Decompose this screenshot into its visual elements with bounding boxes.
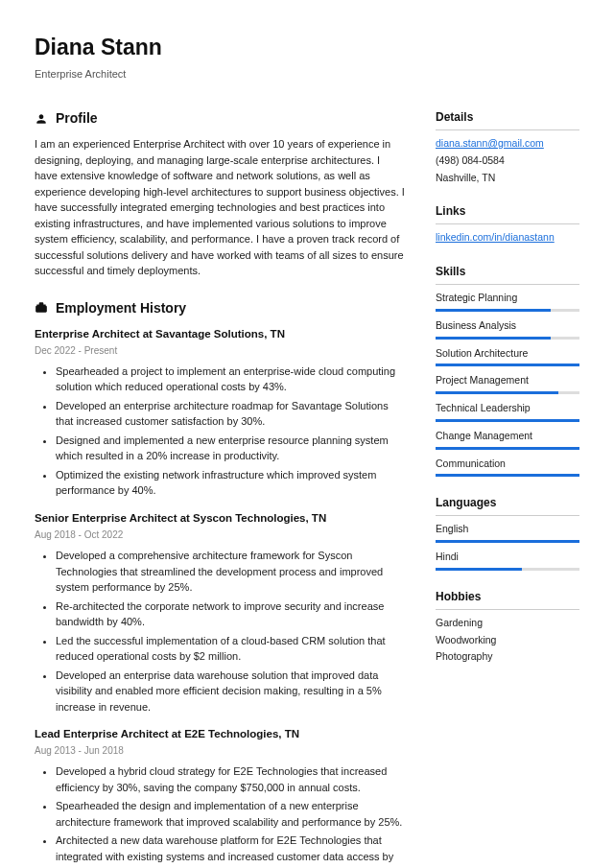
skill-name: Project Management — [436, 373, 579, 388]
skill-bar-fill — [436, 364, 579, 366]
job-dates: Aug 2013 - Jun 2018 — [35, 743, 405, 758]
main-column: Profile I am an experienced Enterprise A… — [35, 108, 405, 868]
skill-bar — [436, 540, 579, 543]
hobby-item: Photography — [436, 649, 579, 665]
job-bullet: Developed an enterprise data warehouse s… — [56, 668, 405, 716]
job-bullet: Developed a comprehensive architecture f… — [56, 548, 405, 596]
job-dates: Dec 2022 - Present — [35, 343, 405, 358]
skill-bar-fill — [436, 447, 579, 450]
skill-item: Technical Leadership — [436, 401, 579, 422]
person-name: Diana Stann — [35, 31, 579, 64]
profile-section-header: Profile — [35, 108, 405, 129]
person-title: Enterprise Architect — [35, 66, 579, 82]
jobs-list: Enterprise Architect at Savantage Soluti… — [35, 326, 405, 869]
skill-item: Hindi — [436, 550, 579, 571]
job-entry: Lead Enterprise Architect at E2E Technol… — [35, 726, 405, 868]
skill-name: Strategic Planning — [436, 291, 579, 306]
skill-bar-fill — [436, 474, 579, 477]
skill-bar — [436, 568, 579, 571]
skill-bar-fill — [436, 419, 579, 422]
location-text: Nashville, TN — [436, 171, 579, 186]
job-bullet: Spearheaded the design and implementatio… — [56, 798, 405, 830]
skill-name: Communication — [436, 457, 579, 472]
skill-item: Solution Architecture — [436, 346, 579, 367]
skill-bar — [436, 474, 579, 477]
skill-name: Change Management — [436, 429, 579, 444]
job-entry: Enterprise Architect at Savantage Soluti… — [35, 326, 405, 499]
sidebar: Details diana.stann@gmail.com (498) 084-… — [436, 108, 579, 868]
skill-name: Hindi — [436, 550, 579, 565]
job-bullet: Developed an enterprise architecture roa… — [56, 398, 405, 430]
skill-name: English — [436, 522, 579, 537]
job-entry: Senior Enterprise Architect at Syscon Te… — [35, 510, 405, 715]
job-bullet: Led the successful implementation of a c… — [56, 633, 405, 665]
skill-item: English — [436, 522, 579, 543]
hobby-item: Gardening — [436, 616, 579, 631]
job-bullet: Developed a hybrid cloud strategy for E2… — [56, 763, 405, 795]
hobby-item: Woodworking — [436, 633, 579, 648]
skill-bar — [436, 391, 579, 394]
skill-bar-fill — [436, 568, 522, 571]
skill-bar-fill — [436, 391, 558, 394]
person-icon — [35, 112, 48, 126]
links-heading: Links — [436, 202, 579, 224]
skill-bar-fill — [436, 540, 579, 543]
skill-name: Business Analysis — [436, 318, 579, 334]
hobbies-block: Hobbies GardeningWoodworkingPhotography — [436, 588, 579, 665]
skill-item: Strategic Planning — [436, 291, 579, 312]
skill-bar — [436, 337, 579, 340]
skill-name: Technical Leadership — [436, 401, 579, 416]
job-bullet: Designed and implemented a new enterpris… — [56, 433, 405, 464]
job-title: Lead Enterprise Architect at E2E Technol… — [35, 726, 405, 742]
profile-heading: Profile — [56, 108, 98, 129]
links-block: Links linkedin.com/in/dianastann — [436, 202, 579, 246]
employment-section-header: Employment History — [35, 298, 405, 318]
external-link[interactable]: linkedin.com/in/dianastann — [436, 230, 579, 246]
skill-bar — [436, 419, 579, 422]
skills-block: Skills Strategic PlanningBusiness Analys… — [436, 263, 579, 477]
languages-heading: Languages — [436, 494, 579, 516]
details-block: Details diana.stann@gmail.com (498) 084-… — [436, 108, 579, 185]
hobbies-heading: Hobbies — [436, 588, 579, 610]
skill-item: Change Management — [436, 429, 579, 450]
email-link[interactable]: diana.stann@gmail.com — [436, 136, 579, 152]
skill-bar — [436, 364, 579, 366]
profile-text: I am an experienced Enterprise Architect… — [35, 136, 405, 279]
job-title: Enterprise Architect at Savantage Soluti… — [35, 326, 405, 342]
briefcase-icon — [35, 301, 48, 315]
skill-bar — [436, 447, 579, 450]
skills-heading: Skills — [436, 263, 579, 285]
job-bullet: Re-architected the corporate network to … — [56, 598, 405, 630]
skill-name: Solution Architecture — [436, 346, 579, 362]
job-bullets: Spearheaded a project to implement an en… — [35, 364, 405, 499]
skill-item: Communication — [436, 457, 579, 478]
job-bullets: Developed a comprehensive architecture f… — [35, 548, 405, 715]
languages-block: Languages EnglishHindi — [436, 494, 579, 571]
job-bullets: Developed a hybrid cloud strategy for E2… — [35, 763, 405, 868]
resume-header: Diana Stann Enterprise Architect — [35, 31, 579, 82]
job-bullet: Architected a new data warehouse platfor… — [56, 833, 405, 868]
skill-bar-fill — [436, 337, 551, 340]
skill-item: Business Analysis — [436, 318, 579, 340]
job-bullet: Spearheaded a project to implement an en… — [56, 364, 405, 395]
job-dates: Aug 2018 - Oct 2022 — [35, 528, 405, 542]
details-heading: Details — [436, 108, 579, 130]
skill-item: Project Management — [436, 373, 579, 394]
phone-text: (498) 084-0584 — [436, 153, 579, 169]
job-title: Senior Enterprise Architect at Syscon Te… — [35, 510, 405, 527]
skill-bar — [436, 309, 579, 312]
employment-heading: Employment History — [56, 298, 186, 318]
skill-bar-fill — [436, 309, 551, 312]
job-bullet: Optimized the existing network infrastru… — [56, 467, 405, 499]
